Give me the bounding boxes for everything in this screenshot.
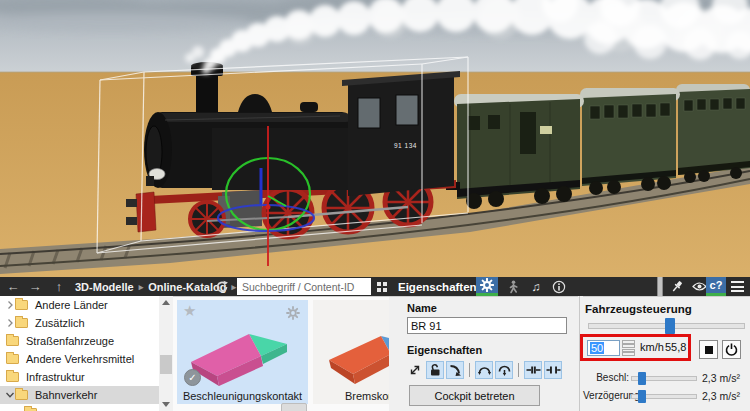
scroll-down-icon	[162, 402, 170, 407]
back-button[interactable]: ←	[4, 277, 22, 296]
scroll-down-button[interactable]	[159, 398, 173, 411]
name-label: Name	[407, 302, 437, 314]
properties-panel: Name Eigenschaften	[389, 296, 578, 411]
folder-icon	[6, 336, 19, 346]
arc-down-arrow-icon	[497, 363, 512, 377]
open-lock-icon	[428, 363, 442, 377]
context-help-button[interactable]: c?	[706, 277, 726, 296]
actual-speed-value: 55,8	[665, 341, 686, 353]
accel-slider-handle[interactable]	[638, 372, 646, 385]
catalog-scroll-stub[interactable]	[281, 403, 307, 411]
figures-tab[interactable]	[503, 277, 523, 296]
accel-value: 2,3 m/s²	[702, 372, 740, 384]
chevron-right-icon[interactable]	[5, 318, 15, 328]
pantograph-rear-button[interactable]	[495, 361, 513, 379]
info-icon	[552, 280, 566, 294]
tile-label: Bremskontakt	[313, 390, 389, 402]
decel-label: Verzögerung:	[583, 390, 629, 401]
search-input[interactable]	[237, 278, 371, 295]
favorite-star-icon[interactable]: ★	[183, 302, 196, 320]
tree-item-label: Zusätzlich	[35, 317, 85, 329]
cockpit-betreten-button[interactable]: Cockpit betreten	[409, 385, 540, 406]
view-grid-button[interactable]	[374, 277, 390, 296]
scrollbar-thumb[interactable]	[160, 355, 172, 374]
hook-coupling-button[interactable]	[446, 361, 464, 379]
button-separator	[469, 363, 470, 377]
model-thumbnail-wedge	[313, 300, 389, 404]
tree-item-label: Bahnverkehr	[35, 389, 97, 401]
coupler-closed-icon	[526, 363, 541, 377]
spin-up-icon	[623, 343, 634, 345]
breadcrumb-separator: ▸	[231, 282, 236, 292]
stop-icon	[705, 346, 713, 354]
bottom-toolbar: ← → ↑ 3D-Modelle ▸ Online-Katalog ▸ E Ei…	[0, 277, 750, 296]
speed-slider-handle[interactable]	[665, 318, 675, 334]
forward-icon: →	[29, 277, 42, 296]
folder-icon	[6, 372, 19, 382]
sidebar-item-bahnverkehr[interactable]: Bahnverkehr	[0, 386, 159, 404]
flip-model-button[interactable]	[406, 361, 424, 379]
breadcrumb-separator: ▸	[139, 282, 144, 292]
button-separator	[518, 363, 519, 377]
unlock-button[interactable]	[426, 361, 444, 379]
refresh-button[interactable]	[212, 277, 232, 296]
pin-button[interactable]	[668, 277, 686, 296]
gear-icon	[480, 278, 494, 292]
spin-down-button[interactable]	[622, 349, 635, 357]
menu-button[interactable]	[728, 277, 746, 296]
tree-scrollbar[interactable]	[159, 296, 173, 411]
sidebar-item-partial[interactable]	[0, 404, 159, 411]
target-speed-input[interactable]: 50	[587, 340, 620, 356]
sidebar-item-infrastruktur[interactable]: Infrastruktur	[0, 368, 159, 386]
app-window: 91 134	[0, 0, 750, 411]
model-catalog: ★ ✓ Beschleu	[173, 296, 389, 411]
tree-item-label: Infrastruktur	[26, 371, 85, 383]
target-speed-value: 50	[590, 342, 604, 354]
catalog-tile-bremskontakt[interactable]: Bremskontakt	[313, 300, 389, 404]
back-icon: ←	[7, 277, 20, 296]
scroll-up-button[interactable]	[159, 296, 173, 309]
pantograph-front-button[interactable]	[475, 361, 493, 379]
arc-arrows-icon	[477, 363, 492, 377]
properties-header-title: Eigenschaften	[398, 277, 477, 296]
scroll-up-icon	[162, 300, 170, 305]
breadcrumb-item[interactable]: 3D-Modelle	[75, 281, 134, 293]
decel-slider-handle[interactable]	[638, 390, 646, 403]
info-tab[interactable]	[549, 277, 569, 296]
coupler-open-icon	[546, 363, 561, 377]
curved-arrow-icon	[448, 363, 462, 377]
power-button[interactable]	[722, 340, 741, 359]
catalog-tile-beschleunigungskontakt[interactable]: ★ ✓ Beschleu	[177, 300, 308, 404]
viewport-3d[interactable]: 91 134	[0, 0, 750, 277]
chevron-right-icon[interactable]	[5, 300, 15, 310]
couple-button[interactable]	[524, 361, 542, 379]
properties-gear-tab[interactable]	[476, 277, 498, 296]
chevron-down-icon[interactable]	[5, 390, 15, 400]
sidebar-item-zusaetzlich[interactable]: Zusätzlich	[0, 314, 159, 332]
tree-item-label: Straßenfahrzeuge	[26, 335, 114, 347]
folder-icon	[15, 390, 28, 400]
tree-item-label: Andere Länder	[35, 299, 108, 311]
installed-check-icon: ✓	[184, 369, 201, 386]
uncouple-button[interactable]	[544, 361, 562, 379]
vehicle-control-title: Fahrzeugsteuerung	[585, 303, 692, 315]
forward-button[interactable]: →	[26, 277, 44, 296]
properties-section-label: Eigenschaften	[407, 344, 482, 356]
spin-up-button[interactable]	[622, 340, 635, 348]
sidebar-item-andere-laender[interactable]: Andere Länder	[0, 296, 159, 314]
person-icon	[507, 280, 520, 294]
refresh-icon	[215, 280, 229, 294]
speed-input-highlight-box: 50 km/h 55,8	[580, 334, 691, 361]
decel-value: 2,3 m/s²	[702, 390, 740, 402]
up-button[interactable]: ↑	[50, 277, 68, 296]
sidebar-item-strassenfahrzeuge[interactable]: Straßenfahrzeuge	[0, 332, 159, 350]
folder-icon	[6, 354, 19, 364]
name-input[interactable]	[407, 317, 567, 334]
context-help-icon: c?	[710, 279, 723, 291]
sidebar-item-andere-verkehrsmittel[interactable]: Andere Verkehrsmittel	[0, 350, 159, 368]
vehicle-control-panel: Fahrzeugsteuerung 50 km/h 55,8 Beschl:	[583, 296, 750, 411]
tile-gear-icon[interactable]	[286, 306, 300, 320]
stop-button[interactable]	[699, 340, 718, 359]
sounds-tab[interactable]: ♫	[526, 277, 546, 296]
toolbar-separator	[657, 277, 663, 296]
